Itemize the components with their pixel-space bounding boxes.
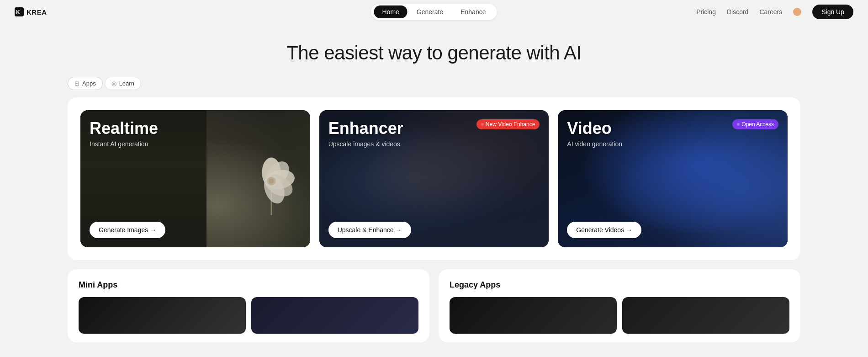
nav-link-careers[interactable]: Careers [759, 8, 782, 16]
filter-tab-apps-label: Apps [82, 80, 96, 87]
enhancer-card-content: Upscale & Enhance → [319, 205, 549, 247]
filter-tab-learn-label: Learn [119, 80, 134, 87]
signup-button[interactable]: Sign Up [812, 5, 853, 19]
mini-apps-cards [79, 297, 418, 334]
mini-card-2[interactable] [251, 297, 418, 334]
nav-tabs: Home Generate Enhance [371, 4, 497, 20]
nav-link-discord[interactable]: Discord [727, 8, 748, 16]
enhancer-cta-button[interactable]: Upscale & Enhance → [328, 222, 411, 238]
legacy-apps-section: Legacy Apps [439, 269, 800, 342]
app-cards-container: Realtime Instant AI generation Generate … [68, 97, 800, 260]
notification-bell[interactable] [793, 8, 801, 16]
hero-section: The easiest way to generate with AI [0, 24, 868, 77]
enhancer-badge: New Video Enhance [476, 119, 540, 129]
legacy-apps-cards [450, 297, 789, 334]
app-card-enhancer[interactable]: New Video Enhance Enhancer Upscale image… [319, 110, 549, 247]
mini-apps-title: Mini Apps [79, 280, 418, 290]
mini-apps-section: Mini Apps [68, 269, 429, 342]
legacy-apps-title: Legacy Apps [450, 280, 789, 290]
nav-tab-generate[interactable]: Generate [408, 5, 451, 18]
video-badge-dot [737, 123, 740, 126]
badge-text: New Video Enhance [486, 121, 535, 128]
svg-point-9 [269, 178, 274, 183]
realtime-card-content: Generate Images → [80, 205, 310, 247]
legacy-card-2[interactable] [622, 297, 789, 334]
filter-tabs: ⊞ Apps ◎ Learn [0, 77, 868, 90]
nav-link-pricing[interactable]: Pricing [696, 8, 716, 16]
legacy-card-1[interactable] [450, 297, 617, 334]
video-cta-button[interactable]: Generate Videos → [567, 222, 641, 238]
navbar: K KREA Home Generate Enhance Pricing Dis… [0, 0, 868, 24]
nav-tab-home[interactable]: Home [374, 5, 407, 18]
brand-logo[interactable]: K KREA [15, 7, 47, 16]
realtime-cta-button[interactable]: Generate Images → [90, 222, 165, 238]
nav-tab-enhance[interactable]: Enhance [452, 5, 494, 18]
card-top-realtime: Realtime Instant AI generation [90, 119, 301, 148]
filter-tab-learn[interactable]: ◎ Learn [105, 77, 141, 90]
video-badge: Open Access [732, 119, 778, 129]
bottom-sections: Mini Apps Legacy Apps [68, 269, 800, 342]
badge-dot [481, 123, 484, 126]
enhancer-subtitle: Upscale images & videos [328, 140, 540, 148]
app-card-realtime[interactable]: Realtime Instant AI generation Generate … [80, 110, 310, 247]
video-badge-text: Open Access [741, 121, 774, 128]
app-card-video[interactable]: Open Access Video AI video generation Ge… [558, 110, 788, 247]
mini-card-1[interactable] [79, 297, 246, 334]
hero-title: The easiest way to generate with AI [0, 42, 868, 64]
realtime-title: Realtime [90, 119, 301, 138]
svg-text:K: K [16, 9, 20, 16]
learn-icon: ◎ [111, 80, 116, 87]
video-subtitle: AI video generation [567, 140, 778, 148]
filter-tab-apps[interactable]: ⊞ Apps [68, 77, 103, 90]
apps-icon: ⊞ [74, 80, 79, 87]
krea-logo-icon: K [15, 7, 24, 16]
realtime-subtitle: Instant AI generation [90, 140, 301, 148]
brand-name: KREA [26, 8, 47, 16]
nav-right: Pricing Discord Careers Sign Up [696, 5, 853, 19]
video-card-content: Generate Videos → [558, 205, 788, 247]
